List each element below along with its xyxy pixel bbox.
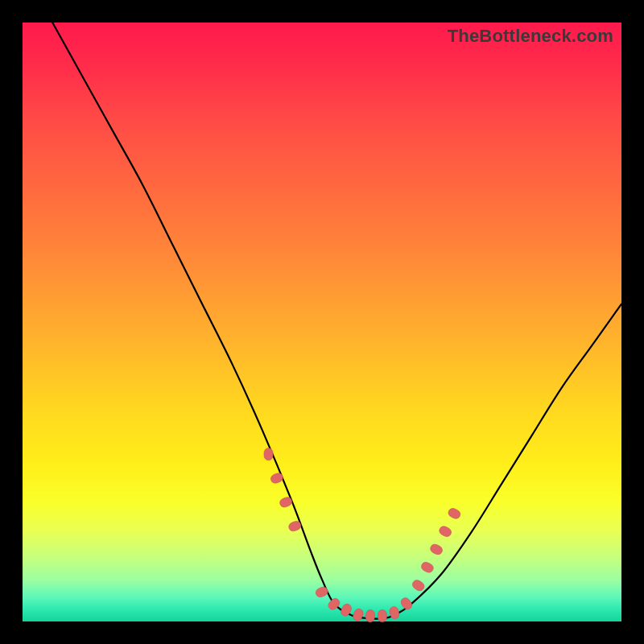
highlight-marker [365, 609, 375, 622]
highlight-marker [429, 543, 444, 556]
highlight-marker [352, 608, 365, 622]
highlight-marker [378, 610, 386, 622]
highlight-marker [270, 472, 284, 485]
highlight-marker [411, 579, 426, 592]
plot-area: TheBottleneck.com [23, 23, 621, 621]
chart-svg [23, 23, 621, 621]
highlight-marker [264, 448, 273, 460]
chart-frame: TheBottleneck.com [0, 0, 644, 644]
highlight-marker [438, 525, 452, 539]
highlight-marker [447, 507, 461, 521]
highlight-marker [399, 596, 414, 611]
bottleneck-curve-path [52, 23, 621, 619]
highlight-markers [264, 448, 462, 622]
highlight-marker [315, 586, 329, 599]
highlight-marker [420, 561, 435, 575]
